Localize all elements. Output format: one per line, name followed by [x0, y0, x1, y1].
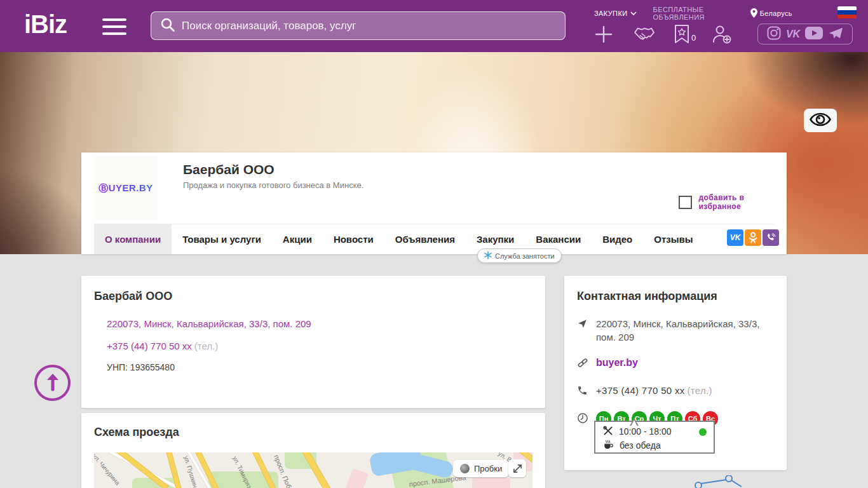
add-to-favorites[interactable]: добавить в избранное — [679, 193, 787, 211]
header-icons: 0 — [594, 23, 731, 46]
open-status-dot — [699, 428, 707, 436]
about-company-card: Баербай ООО 220073, Минск, Кальварийская… — [81, 276, 545, 408]
map-card: Схема проезда ул. Чичурина ул. Пушкина у… — [81, 413, 545, 488]
contact-website-row: buyer.by — [577, 356, 774, 372]
tab-ads[interactable]: Объявления — [384, 224, 466, 254]
schedule-lunch-row: без обеда — [603, 438, 707, 452]
scroll-to-top-button[interactable] — [34, 365, 71, 401]
country-label: Беларусь — [760, 10, 792, 17]
page: iBiz ЗАКУПКИ БЕСПЛАТНЫЕ ОБЪЯВЛЕНИЯ Белар… — [0, 0, 868, 488]
about-address-link[interactable]: 220073, Минск, Кальварийская, 33/3, пом.… — [107, 318, 311, 329]
nav-free-ads-label: БЕСПЛАТНЫЕ ОБЪЯВЛЕНИЯ — [653, 6, 730, 21]
nav-zakupki[interactable]: ЗАКУПКИ — [594, 10, 637, 17]
add-plus-icon[interactable] — [594, 25, 613, 44]
contact-address: 220073, Минск, Кальварийская, 33/3, пом.… — [596, 317, 774, 344]
about-phone-note: (тел.) — [194, 341, 218, 351]
traffic-icon — [460, 464, 470, 473]
tab-news[interactable]: Новости — [323, 224, 384, 254]
tools-icon — [603, 426, 613, 438]
company-tabs: О компании Товары и услуги Акции Новости… — [94, 224, 774, 254]
phone-icon — [577, 385, 588, 399]
about-title: Баербай ООО — [94, 290, 172, 303]
contact-address-row: 220073, Минск, Кальварийская, 33/3, пом.… — [577, 317, 774, 344]
user-register-icon[interactable] — [711, 24, 731, 44]
accessibility-eye-button[interactable] — [804, 109, 837, 132]
map-building — [472, 478, 510, 488]
about-phone-number[interactable]: +375 (44) 770 50 xx — [107, 341, 192, 351]
coffee-cup-icon — [603, 440, 614, 452]
vacancy-service-tooltip: Служба занятости — [477, 248, 562, 263]
schedule-hours: 10:00 - 18:00 — [619, 426, 672, 437]
menu-burger-icon[interactable] — [102, 18, 126, 35]
eye-icon — [810, 112, 831, 129]
nav-free-ads[interactable]: БЕСПЛАТНЫЕ ОБЪЯВЛЕНИЯ — [653, 6, 730, 21]
schedule-tooltip: 10:00 - 18:00 без обеда — [594, 421, 715, 454]
location-pin-icon — [750, 8, 757, 19]
website-link[interactable]: buyer.by — [596, 356, 638, 369]
contact-phone[interactable]: +375 (44) 770 50 xx(тел.) — [596, 384, 712, 397]
company-logo-text: ⒷUYER.BY — [98, 182, 153, 194]
schedule-hours-row: 10:00 - 18:00 — [603, 424, 707, 438]
odnoklassniki-icon[interactable] — [745, 229, 761, 246]
schedule-lunch: без обеда — [620, 440, 661, 451]
traffic-label: Пробки — [474, 464, 502, 473]
arrow-up-icon — [44, 372, 61, 394]
company-name: Баербай ООО — [183, 162, 275, 177]
tab-about[interactable]: О компании — [94, 224, 172, 254]
header-social-links: VK — [757, 24, 853, 44]
company-description: Продажа и покупка готового бизнеса в Мин… — [183, 180, 363, 190]
viber-icon[interactable] — [763, 229, 779, 246]
favorite-label: добавить в избранное — [699, 193, 787, 211]
gov-asterisk-icon — [484, 251, 492, 261]
tab-products[interactable]: Товары и услуги — [172, 224, 272, 254]
vacancy-tooltip-label: Служба занятости — [495, 252, 555, 260]
contact-title: Контактная информация — [577, 290, 774, 303]
map-canvas[interactable]: ул. Чичурина ул. Пушкина ул. Тимиряз про… — [94, 452, 532, 488]
map-building — [344, 468, 369, 488]
site-logo[interactable]: iBiz — [24, 10, 67, 39]
tab-reviews[interactable]: Отзывы — [643, 224, 703, 254]
street-label: ул. Чичурина — [94, 452, 121, 487]
favorite-checkbox[interactable] — [679, 196, 692, 209]
search-input[interactable] — [182, 20, 556, 32]
contact-phone-note: (тел.) — [688, 385, 712, 396]
nav-zakupki-label: ЗАКУПКИ — [594, 10, 628, 17]
bookmark-favorites-icon[interactable]: 0 — [674, 25, 696, 44]
search-icon — [160, 17, 182, 35]
contact-phone-row: +375 (44) 770 50 xx(тел.) — [577, 384, 774, 399]
chevron-down-icon — [630, 10, 637, 17]
vk-share-icon[interactable]: VK — [727, 229, 743, 246]
youtube-icon[interactable] — [805, 27, 823, 42]
network-illustration — [689, 475, 747, 488]
telegram-icon[interactable] — [828, 26, 843, 43]
contact-info-card: Контактная информация 220073, Минск, Кал… — [564, 276, 787, 470]
company-social-links: VK — [727, 229, 779, 246]
instagram-icon[interactable] — [767, 26, 781, 43]
about-phone[interactable]: +375 (44) 770 50 xx(тел.) — [107, 341, 218, 351]
clock-icon — [577, 412, 588, 427]
navigation-arrow-icon — [577, 318, 588, 332]
search-bar — [151, 11, 566, 40]
map-title: Схема проезда — [94, 426, 179, 439]
traffic-toggle-button[interactable]: Пробки — [453, 460, 509, 477]
language-flag-ru[interactable] — [837, 6, 857, 18]
top-header: iBiz ЗАКУПКИ БЕСПЛАТНЫЕ ОБЪЯВЛЕНИЯ Белар… — [0, 0, 868, 52]
about-unp: УНП: 193655480 — [107, 362, 175, 372]
tab-promotions[interactable]: Акции — [272, 224, 323, 254]
header-top-nav: ЗАКУПКИ БЕСПЛАТНЫЕ ОБЪЯВЛЕНИЯ Беларусь — [594, 8, 861, 18]
favorites-count: 0 — [691, 33, 696, 43]
company-logo: ⒷUYER.BY — [94, 156, 158, 220]
map-expand-button[interactable] — [508, 459, 526, 477]
country-selector[interactable]: Беларусь — [750, 8, 792, 19]
handshake-icon[interactable] — [632, 25, 656, 44]
contact-phone-number[interactable]: +375 (44) 770 50 xx — [596, 385, 685, 396]
tab-video[interactable]: Видео — [592, 224, 643, 254]
link-icon — [577, 357, 588, 372]
company-header-card: ⒷUYER.BY Баербай ООО Продажа и покупка г… — [81, 152, 787, 254]
vk-icon[interactable]: VK — [786, 29, 800, 40]
